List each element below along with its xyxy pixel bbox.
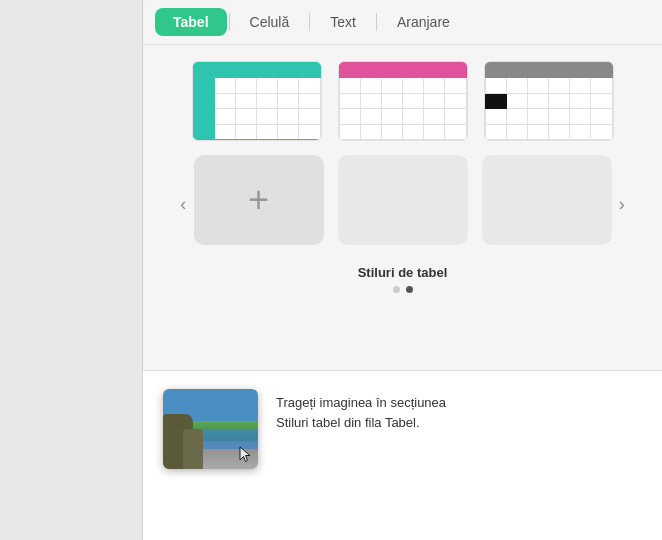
style-card-empty-2[interactable] — [482, 155, 612, 245]
cliff-mid — [183, 429, 203, 469]
table-style-gray[interactable] — [484, 61, 614, 141]
styles-section: ‹ + › Stiluri de tabel — [143, 45, 662, 317]
dot-2 — [406, 286, 413, 293]
divider-3 — [376, 13, 377, 31]
pagination-dots — [163, 286, 642, 293]
divider-2 — [309, 13, 310, 31]
tooltip-area: Trageți imaginea în secțiuneaStiluri tab… — [143, 370, 662, 540]
divider-1 — [229, 13, 230, 31]
cursor-icon — [238, 445, 254, 465]
tab-bar: Tabel Celulă Text Aranjare — [143, 0, 662, 45]
tooltip-text: Trageți imaginea în secțiuneaStiluri tab… — [276, 393, 446, 432]
table-thumbnails-row — [163, 61, 642, 141]
drag-image[interactable] — [163, 389, 258, 469]
custom-cards-row: + — [194, 155, 612, 245]
prev-arrow[interactable]: ‹ — [173, 190, 194, 218]
left-sidebar — [0, 0, 142, 540]
tab-text[interactable]: Text — [312, 8, 374, 36]
table-style-pink[interactable] — [338, 61, 468, 141]
inspector-panel: Tabel Celulă Text Aranjare — [142, 0, 662, 540]
table-style-teal[interactable] — [192, 61, 322, 141]
next-arrow[interactable]: › — [612, 190, 633, 218]
tab-celula[interactable]: Celulă — [232, 8, 308, 36]
plus-icon: + — [248, 182, 269, 218]
add-style-card[interactable]: + — [194, 155, 324, 245]
tab-tabel[interactable]: Tabel — [155, 8, 227, 36]
tab-aranjare[interactable]: Aranjare — [379, 8, 468, 36]
dot-1 — [393, 286, 400, 293]
navigation-row: ‹ + › — [163, 155, 642, 253]
style-card-empty-1[interactable] — [338, 155, 468, 245]
section-label: Stiluri de tabel — [163, 265, 642, 280]
